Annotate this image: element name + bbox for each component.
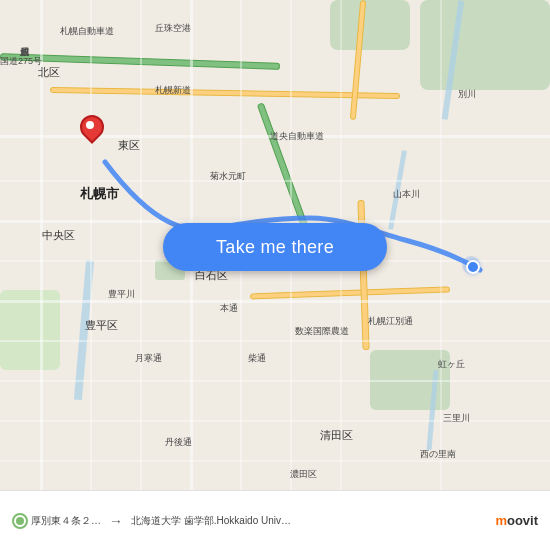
arrow-right-icon: →	[109, 513, 123, 529]
moovit-brand: moovit	[495, 513, 538, 528]
bottom-bar: 厚別東４条２… → 北海道大学 歯学部.Hokkaido Univ… moovi…	[0, 490, 550, 550]
origin-text: 厚別東４条２…	[31, 514, 101, 528]
origin-pin	[462, 256, 480, 274]
osm-logo-circle	[12, 513, 28, 529]
moovit-m: m	[495, 513, 507, 528]
map-container: 創成川通 札幌自動車道 丘珠空港 札幌新道 道央自動車道 菊水元町 国道275号…	[0, 0, 550, 490]
take-me-there-label: Take me there	[216, 237, 334, 258]
destination-text: 北海道大学 歯学部.Hokkaido Univ…	[131, 514, 291, 528]
take-me-there-button[interactable]: Take me there	[163, 223, 387, 271]
destination-pin	[78, 115, 102, 147]
